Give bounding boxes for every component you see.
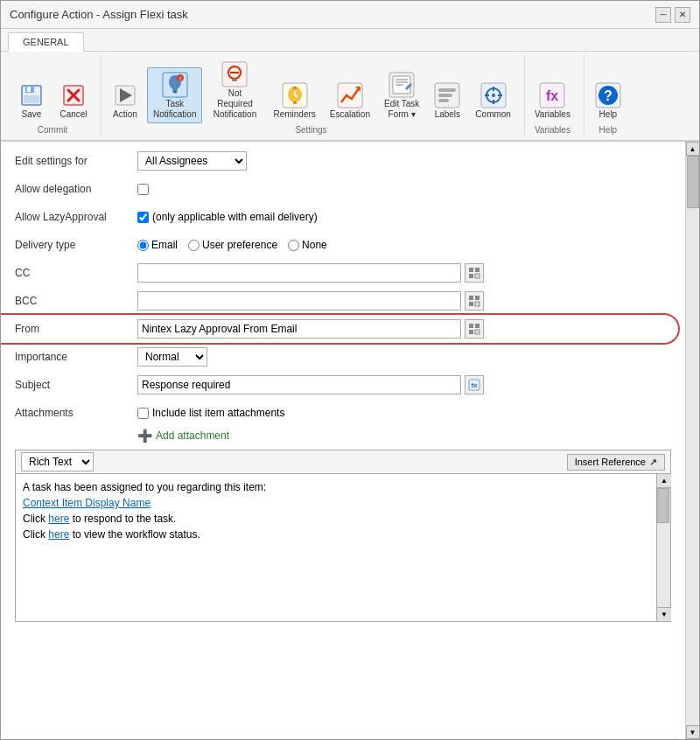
main-window: Configure Action - Assign Flexi task ─ ✕… xyxy=(0,0,700,740)
body-link1[interactable]: Context Item Display Name xyxy=(23,497,150,509)
escalation-button[interactable]: Escalation xyxy=(324,78,376,123)
svg-rect-18 xyxy=(232,79,237,81)
include-list-items-checkbox[interactable] xyxy=(137,408,149,419)
from-row: From xyxy=(15,318,671,339)
window-title: Configure Action - Assign Flexi task xyxy=(10,8,188,21)
svg-rect-22 xyxy=(293,101,297,104)
delivery-type-label: Delivery type xyxy=(15,239,137,251)
insert-reference-button[interactable]: Insert Reference ↗ xyxy=(567,454,665,471)
help-group-label: Help xyxy=(599,125,618,135)
delivery-none-label: None xyxy=(288,239,327,251)
close-button[interactable]: ✕ xyxy=(675,7,690,23)
help-button[interactable]: ? Help xyxy=(588,78,628,123)
delivery-user-pref-radio[interactable] xyxy=(188,240,200,251)
rich-text-scroll-track xyxy=(657,488,670,607)
cancel-button[interactable]: Cancel xyxy=(53,78,94,123)
svg-rect-50 xyxy=(475,268,480,272)
include-list-items-label: Include list item attachments xyxy=(152,407,284,419)
common-button[interactable]: Common xyxy=(469,78,517,123)
edit-settings-control: All Assignees Specific Assignee xyxy=(137,151,671,171)
not-required-button[interactable]: Not RequiredNotification xyxy=(204,57,265,123)
commit-buttons: Save Cancel xyxy=(11,57,94,123)
variables-label: Variables xyxy=(535,109,570,120)
edit-task-form-label: Edit TaskForm ▾ xyxy=(384,99,419,120)
svg-text:fx: fx xyxy=(471,381,478,389)
settings-group-label: Settings xyxy=(295,125,326,135)
bcc-picker-button[interactable] xyxy=(465,291,484,311)
scroll-down-button[interactable]: ▼ xyxy=(686,725,700,739)
common-label: Common xyxy=(475,109,511,120)
bcc-control xyxy=(137,291,671,311)
from-control xyxy=(137,319,671,339)
body-line2-para: Click here to respond to the task. xyxy=(23,513,649,525)
bcc-label: BCC xyxy=(15,295,137,307)
minimize-button[interactable]: ─ xyxy=(655,7,671,23)
rich-text-scroll-up[interactable]: ▲ xyxy=(657,474,671,488)
edit-settings-select[interactable]: All Assignees Specific Assignee xyxy=(137,151,247,171)
rich-text-toolbar: Rich Text Plain Text Insert Reference ↗ xyxy=(15,450,671,473)
labels-button[interactable]: Labels xyxy=(427,78,467,123)
task-notification-label: TaskNotification xyxy=(153,99,196,120)
allow-delegation-checkbox[interactable] xyxy=(137,184,149,195)
body-line2b-text: to respond to the task. xyxy=(69,513,176,525)
add-attachment-link[interactable]: ➕ Add attachment xyxy=(137,429,671,443)
reminders-icon xyxy=(281,81,309,109)
body-link2[interactable]: here xyxy=(48,513,69,525)
body-line1: A task has been assigned to you regardin… xyxy=(23,481,649,493)
allow-lazy-approval-checkbox[interactable] xyxy=(137,212,149,223)
variables-button[interactable]: fx Variables xyxy=(528,78,577,123)
rich-text-select[interactable]: Rich Text Plain Text xyxy=(21,452,94,471)
from-picker-button[interactable] xyxy=(465,319,484,339)
bcc-row: BCC xyxy=(15,290,671,311)
cc-input[interactable] xyxy=(137,263,461,283)
cc-label: CC xyxy=(15,267,137,279)
from-input[interactable] xyxy=(137,319,461,339)
allow-lazy-approval-row: Allow LazyApproval (only applicable with… xyxy=(15,206,671,227)
settings-buttons: Action ! TaskNotification xyxy=(105,57,517,123)
rich-text-scroll-down[interactable]: ▼ xyxy=(657,607,671,621)
rich-text-content: A task has been assigned to you regardin… xyxy=(23,481,649,541)
edit-task-form-button[interactable]: Edit TaskForm ▾ xyxy=(378,67,425,123)
commit-group-label: Commit xyxy=(38,125,67,135)
content-area: Edit settings for All Assignees Specific… xyxy=(1,142,699,739)
svg-rect-51 xyxy=(469,274,473,278)
svg-rect-59 xyxy=(469,330,473,334)
action-label: Action xyxy=(113,109,137,120)
reminders-button[interactable]: Reminders xyxy=(267,78,321,123)
delivery-type-row: Delivery type Email User preference None xyxy=(15,234,671,255)
subject-control: fx xyxy=(137,375,671,394)
ribbon-group-help: ? Help Help xyxy=(584,55,635,136)
rich-text-scroll-thumb[interactable] xyxy=(657,488,669,523)
body-link3[interactable]: here xyxy=(48,528,69,541)
subject-input[interactable] xyxy=(137,375,461,394)
svg-rect-54 xyxy=(475,296,480,300)
allow-lazy-approval-control: (only applicable with email delivery) xyxy=(137,211,671,223)
subject-variable-button[interactable]: fx xyxy=(465,375,484,394)
delivery-email-radio[interactable] xyxy=(137,240,149,251)
cc-picker-button[interactable] xyxy=(465,263,484,283)
not-required-label: Not RequiredNotification xyxy=(210,88,259,120)
svg-rect-58 xyxy=(475,324,480,328)
task-notification-button[interactable]: ! TaskNotification xyxy=(147,67,202,123)
save-button[interactable]: Save xyxy=(11,78,52,123)
svg-rect-2 xyxy=(27,87,31,92)
svg-rect-53 xyxy=(469,296,473,300)
action-icon xyxy=(111,81,139,109)
add-attachment-label: Add attachment xyxy=(156,429,229,442)
subject-label: Subject xyxy=(15,379,137,391)
bcc-input[interactable] xyxy=(137,291,461,311)
reminders-label: Reminders xyxy=(273,109,315,120)
delivery-none-radio[interactable] xyxy=(288,240,299,251)
svg-text:fx: fx xyxy=(546,88,558,103)
escalation-label: Escalation xyxy=(330,109,370,120)
body-line3-para: Click here to view the workflow status. xyxy=(23,528,649,541)
scroll-thumb[interactable] xyxy=(687,156,699,208)
action-button[interactable]: Action xyxy=(105,78,145,123)
scroll-up-button[interactable]: ▲ xyxy=(686,142,700,156)
tab-general[interactable]: GENERAL xyxy=(8,32,84,52)
rich-text-scrollbar: ▲ ▼ xyxy=(657,473,671,622)
insert-reference-icon: ↗ xyxy=(649,457,657,468)
importance-select[interactable]: Normal Low High xyxy=(137,347,207,367)
svg-rect-34 xyxy=(438,88,456,92)
rich-text-editor[interactable]: A task has been assigned to you regardin… xyxy=(15,473,657,622)
